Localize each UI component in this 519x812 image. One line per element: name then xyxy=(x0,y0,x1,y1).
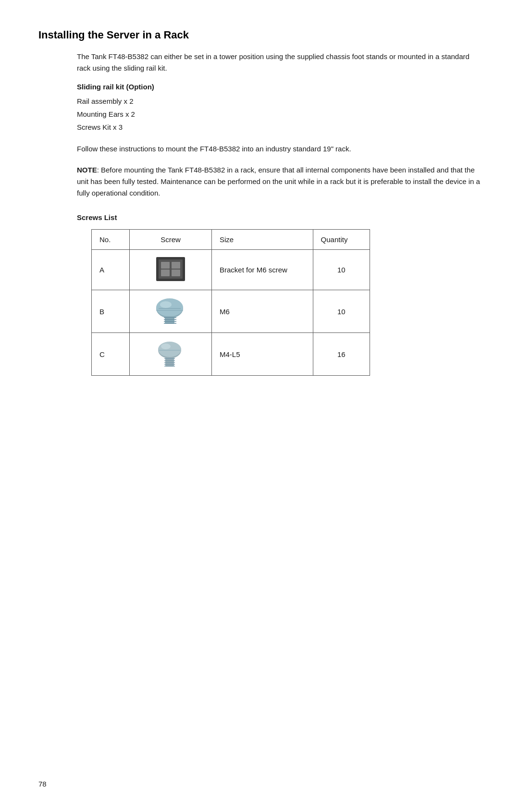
col-header-quantity: Quantity xyxy=(313,230,370,250)
page-number: 78 xyxy=(38,780,47,788)
intro-text: The Tank FT48-B5382 can either be set in… xyxy=(77,51,481,74)
table-row: C xyxy=(92,333,370,376)
svg-point-7 xyxy=(156,298,183,317)
follow-text: Follow these instructions to mount the F… xyxy=(77,143,481,155)
col-header-screw: Screw xyxy=(129,230,211,250)
svg-point-18 xyxy=(161,344,171,349)
row-c-size: M4-L5 xyxy=(212,333,313,376)
row-b-screw-image xyxy=(129,290,211,333)
note-body: : Before mounting the Tank FT48-B5382 in… xyxy=(77,166,480,197)
list-item: Mounting Ears x 2 xyxy=(77,108,481,121)
svg-rect-2 xyxy=(161,262,170,269)
col-header-size: Size xyxy=(212,230,313,250)
row-c-screw-image xyxy=(129,333,211,376)
row-a-screw-image xyxy=(129,250,211,290)
row-b-qty: 10 xyxy=(313,290,370,333)
svg-rect-4 xyxy=(161,270,170,276)
row-a-qty: 10 xyxy=(313,250,370,290)
row-c-qty: 16 xyxy=(313,333,370,376)
svg-point-8 xyxy=(160,301,172,308)
rail-items-list: Rail assembly x 2 Mounting Ears x 2 Scre… xyxy=(77,95,481,134)
note-paragraph: NOTE: Before mounting the Tank FT48-B538… xyxy=(77,164,481,199)
screw-c-icon xyxy=(152,338,188,369)
row-b-size: M6 xyxy=(212,290,313,333)
screws-list-title: Screws List xyxy=(77,213,481,221)
list-item: Rail assembly x 2 xyxy=(77,95,481,108)
row-a-no: A xyxy=(92,250,130,290)
screw-a-icon xyxy=(154,255,187,283)
svg-point-17 xyxy=(158,342,181,357)
sliding-rail-kit-title: Sliding rail kit (Option) xyxy=(77,83,481,91)
row-b-no: B xyxy=(92,290,130,333)
row-c-no: C xyxy=(92,333,130,376)
table-row: B xyxy=(92,290,370,333)
row-a-size: Bracket for M6 screw xyxy=(212,250,313,290)
page-content: Installing the Server in a Rack The Tank… xyxy=(0,0,519,414)
svg-rect-3 xyxy=(172,262,180,269)
list-item: Screws Kit x 3 xyxy=(77,121,481,134)
screws-table-container: No. Screw Size Quantity A xyxy=(91,229,442,376)
table-row: A Bracket for M6 screw xyxy=(92,250,370,290)
svg-rect-5 xyxy=(172,270,180,276)
table-header-row: No. Screw Size Quantity xyxy=(92,230,370,250)
note-label: NOTE xyxy=(77,166,97,174)
col-header-no: No. xyxy=(92,230,130,250)
section-title: Installing the Server in a Rack xyxy=(38,29,481,41)
screws-table: No. Screw Size Quantity A xyxy=(91,229,370,376)
screw-b-icon xyxy=(151,295,190,326)
